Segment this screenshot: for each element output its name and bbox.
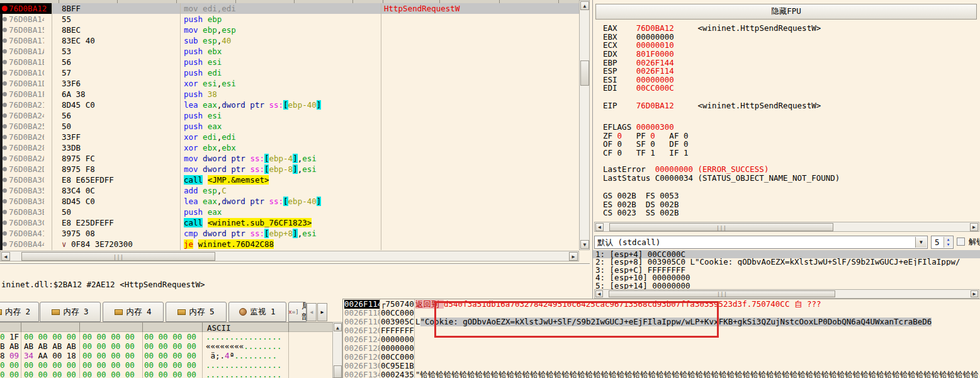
breakpoint-dot-icon[interactable] [2, 6, 8, 11]
tab-bar[interactable]: [x=]局部监视 1内存 5内存 4内存 3内存 2 ◀ ▶ [0, 301, 343, 322]
instruction-dot-icon[interactable] [3, 17, 7, 21]
stack-row[interactable]: 0026F120FFFFFFFF [343, 326, 980, 335]
registers-scroll-right-button[interactable]: ▶ [970, 223, 978, 231]
breakpoint-gutter[interactable] [0, 175, 9, 185]
disasm-row[interactable]: 76D0BA2833DBxor ebx,ebx [0, 142, 579, 153]
register-line[interactable]: ESP 0026F114 [603, 67, 674, 75]
dump-cell-g3[interactable]: 00 00 00 00 [144, 351, 201, 360]
stack-panel[interactable]: 0026F114┌750740CC返回到 d540f3a51db16a70327… [342, 299, 980, 378]
dump-cell-p[interactable]: 0 1F [0, 332, 20, 341]
breakpoint-gutter[interactable] [0, 89, 9, 100]
disasm-hscrollbar[interactable]: ◀ ||| ▶ [0, 251, 579, 261]
register-line[interactable]: EIP 76D0BA12 <wininet.HttpSendRequestW> [603, 101, 821, 110]
dump-cell-g3[interactable]: 00 00 00 00 [144, 360, 201, 370]
tab-局部[interactable]: [x=]局部 [288, 302, 307, 322]
instruction-dot-icon[interactable] [3, 103, 7, 107]
combobox-dropdown-arrow-icon[interactable]: ▼ [915, 237, 926, 248]
instruction-dot-icon[interactable] [3, 146, 7, 150]
breakpoint-gutter[interactable] [0, 46, 9, 57]
breakpoint-gutter[interactable] [0, 228, 9, 239]
instruction-dot-icon[interactable] [3, 124, 7, 129]
stack-row[interactable]: 0026F12C00CC000C [343, 353, 980, 362]
breakpoint-gutter[interactable] [0, 25, 9, 35]
calling-convention-combobox[interactable]: 默认 (stdcall) ▼ [594, 236, 928, 249]
dump-cell-g1[interactable]: 00 00 00 00 [24, 370, 78, 378]
disasm-row[interactable]: 76D0BA2D8975 F8mov dword ptr ss:[ebp-8],… [0, 164, 579, 175]
register-line[interactable]: EAX 76D0BA12 <wininet.HttpSendRequestW> [603, 24, 821, 32]
instruction-dot-icon[interactable] [3, 178, 7, 182]
register-line[interactable]: CS 0023 SS 002B [603, 209, 679, 217]
disasm-row[interactable]: 76D0BA3583C4 0Cadd esp,C [0, 185, 579, 196]
disasm-row[interactable]: 76D0BA44∨ 0F84 3E720300je wininet.76D42C… [0, 239, 579, 249]
instruction-dot-icon[interactable] [3, 60, 7, 64]
tab-内存 5[interactable]: 内存 5 [166, 302, 227, 322]
disasm-vscroll-thumb[interactable] [580, 60, 589, 86]
instruction-dot-icon[interactable] [3, 28, 7, 32]
disasm-row[interactable]: 76D0BA388D45 C0lea eax,dword ptr ss:[ebp… [0, 196, 579, 207]
dump-cell-g2[interactable]: 00 00 00 00 [82, 370, 140, 378]
register-lines[interactable]: EAX 76D0BA12 <wininet.HttpSendRequestW>E… [593, 0, 980, 220]
disasm-vscrollbar[interactable]: ▲ ▼ [579, 0, 590, 250]
disasm-scroll-down-button[interactable]: ▼ [580, 240, 589, 249]
dump-row[interactable]: 0 0000 00 00 0000 00 00 0000 00 00 00...… [0, 370, 341, 378]
disasm-row[interactable]: 76D0BA1783EC 40sub esp,40 [0, 35, 579, 46]
tab-scroll-right-button[interactable]: ▶ [317, 303, 327, 321]
instruction-dot-icon[interactable] [3, 81, 7, 86]
dump-row[interactable]: 0 0000 00 00 0000 00 00 0000 00 00 00...… [0, 360, 341, 370]
instruction-dot-icon[interactable] [3, 49, 7, 54]
disasm-row[interactable]: 76D0BA2633FFxor edi,edi [0, 132, 579, 142]
dump-cell-p[interactable]: 8 09 [0, 351, 20, 360]
stack-row[interactable]: 0026F114┌750740CC返回到 d540f3a51db16a70327… [343, 300, 980, 309]
dump-cell-g3[interactable]: 00 00 00 00 [144, 341, 201, 351]
disasm-scroll-up-button[interactable]: ▲ [580, 1, 589, 10]
spinner-arrows-icon[interactable]: ▲▼ [943, 237, 952, 248]
stack-row[interactable]: 0026F11C003905C0L"Cookie: gODbvAoEZX=kXl… [343, 318, 980, 326]
disasm-row[interactable]: 76D0BA1F6A 38push 38 [0, 89, 579, 100]
stack-row[interactable]: 0026F11800CC000C [343, 309, 980, 318]
breakpoint-gutter[interactable] [0, 185, 9, 196]
disasm-row[interactable]: 76D0BA413975 08cmp dword ptr ss:[ebp+8],… [0, 228, 579, 239]
instruction-dot-icon[interactable] [3, 38, 7, 43]
breakpoint-gutter[interactable] [0, 142, 9, 153]
argument-row[interactable]: 3: [esp+C] FFFFFFFF [593, 266, 980, 274]
disasm-row[interactable]: 76D0BA158BECmov ebp,esp [0, 25, 579, 35]
register-line[interactable]: LastError 00000000 (ERROR_SUCCESS) [603, 165, 769, 173]
argument-row[interactable]: 4: [esp+10] 00000000 [593, 273, 980, 282]
tab-scroll-left-button[interactable]: ◀ [307, 303, 317, 321]
register-line[interactable]: EFLAGS 00000300 [603, 123, 674, 131]
instruction-dot-icon[interactable] [3, 92, 7, 96]
disasm-scroll-right-button[interactable]: ▶ [569, 252, 578, 261]
register-line[interactable]: ECX 00000010 [603, 41, 674, 49]
disasm-row[interactable]: 76D0BA1B56push esi [0, 57, 579, 67]
dump-vscroll-thumb[interactable] [334, 365, 342, 378]
register-line[interactable]: EDX 801F0000 [603, 50, 674, 58]
disasm-rows[interactable]: 76D0BA128BFFmov edi,ediHttpSendRequestW7… [0, 3, 579, 250]
disasm-row[interactable]: 76D0BA2456push esi [0, 110, 579, 121]
dump-cell-p[interactable]: 0 00 [0, 370, 20, 378]
instruction-dot-icon[interactable] [3, 135, 7, 139]
dump-cell-ascii[interactable]: ................ [206, 370, 288, 378]
args-hscroll-thumb[interactable]: ||| [609, 290, 835, 297]
disassembly-panel[interactable]: 76D0BA128BFFmov edi,ediHttpSendRequestW7… [0, 0, 590, 250]
breakpoint-gutter[interactable] [0, 196, 9, 207]
stack-row[interactable]: 0026F13400024358"铪铪铪铪铪铪铪铪铪铪铪铪铪铪铪铪铪铪铪铪铪铪铪… [343, 370, 980, 378]
breakpoint-gutter[interactable] [0, 35, 9, 46]
disasm-row[interactable]: 76D0BA218D45 C0lea eax,dword ptr ss:[ebp… [0, 100, 579, 110]
dump-cell-g2[interactable]: 00 00 00 00 [82, 351, 140, 360]
instruction-dot-icon[interactable] [3, 220, 7, 225]
instruction-dot-icon[interactable] [3, 71, 7, 75]
register-line[interactable]: CF 0 TF 1 IF 1 [603, 149, 688, 157]
args-scroll-right-button[interactable]: ▶ [971, 290, 978, 297]
breakpoint-gutter[interactable] [0, 121, 9, 132]
dump-cell-g2[interactable]: 00 00 00 00 [82, 332, 140, 341]
argument-row[interactable]: 1: [esp+4] 00CC000C [593, 250, 980, 258]
disasm-row[interactable]: 76D0BA3B50push eax [0, 207, 579, 217]
breakpoint-gutter[interactable] [0, 78, 9, 89]
instruction-dot-icon[interactable] [3, 242, 7, 246]
stack-row[interactable]: 0026F12400000000 [343, 335, 980, 344]
disasm-row[interactable]: 76D0BA2550push eax [0, 121, 579, 132]
instruction-dot-icon[interactable] [3, 113, 7, 118]
dump-scroll-up-button[interactable]: ▲ [334, 323, 342, 331]
dump-cell-g1[interactable]: AB AB AB AB [24, 341, 78, 351]
dump-cell-ascii[interactable]: ««««««««........ [206, 341, 288, 351]
